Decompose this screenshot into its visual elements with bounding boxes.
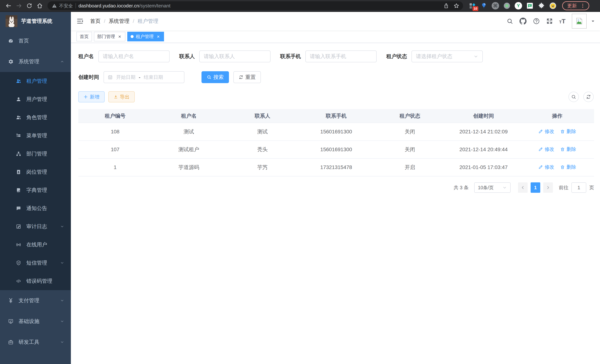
extension-chat-icon[interactable] (526, 2, 534, 10)
contact-input[interactable] (199, 50, 271, 62)
sidebar-toggle-button[interactable] (76, 18, 87, 25)
fullscreen-icon[interactable] (546, 18, 553, 25)
status-select-placeholder: 请选择租户状态 (416, 53, 452, 60)
extensions-area: 10⌘Y (468, 2, 557, 10)
sidebar-item-dev-tools[interactable]: 研发工具 (0, 332, 71, 353)
edit-button[interactable]: 修改 (538, 146, 554, 152)
sidebar-item-error-code-management[interactable]: 错误码管理 (0, 272, 71, 290)
browser-toolbar: 不安全 dashboard.yudao.iocoder.cn/system/te… (0, 0, 600, 12)
sidebar-item-role-management[interactable]: 角色管理 (0, 108, 71, 127)
sidebar-item-pay-management[interactable]: 支付管理 (0, 290, 71, 311)
bookmark-star-icon[interactable] (453, 3, 459, 9)
avatar[interactable] (572, 14, 587, 28)
extension-keytab-icon[interactable]: 10 (468, 2, 477, 10)
security-label: 不安全 (59, 3, 73, 9)
sidebar-item-notice[interactable]: 通知公告 (0, 199, 71, 217)
github-icon[interactable] (519, 18, 526, 25)
chevron-up-icon (60, 60, 64, 64)
tab-dept-management[interactable]: 部门管理× (94, 32, 125, 41)
chevron-right-icon (546, 185, 551, 190)
browser-back-button[interactable] (4, 1, 13, 10)
next-page-button[interactable] (543, 182, 553, 193)
sidebar-item-infrastructure[interactable]: 基础设施 (0, 311, 71, 332)
edit-pen-icon (538, 129, 543, 134)
delete-button[interactable]: 删除 (560, 146, 576, 152)
hide-search-button[interactable] (568, 92, 579, 102)
delete-button[interactable]: 删除 (560, 164, 576, 170)
cell-mobile: 17321315478 (299, 159, 373, 176)
help-icon[interactable] (533, 18, 540, 25)
browser-reload-button[interactable] (25, 1, 34, 10)
sidebar-item-menu-management[interactable]: 菜单管理 (0, 127, 71, 145)
breadcrumb-item[interactable]: 系统管理 (109, 18, 130, 25)
header-search-icon[interactable] (506, 18, 513, 25)
page-size-select[interactable]: 10条/页 (474, 182, 511, 193)
end-date-placeholder[interactable]: 结束日期 (144, 74, 163, 81)
sidebar-item-label: 用户管理 (26, 96, 47, 103)
sidebar-menu: 首页系统管理租户管理用户管理角色管理菜单管理部门管理岗位管理字典管理通知公告审计… (0, 30, 71, 353)
current-page-button[interactable]: 1 (531, 182, 540, 193)
cell-created: 2021-01-05 17:03:47 (447, 159, 520, 176)
refresh-icon (586, 94, 591, 99)
close-icon[interactable]: × (117, 34, 122, 39)
refresh-table-button[interactable] (583, 92, 594, 102)
font-size-icon[interactable]: TT (559, 18, 565, 24)
sidebar-item-sms-management[interactable]: 短信管理 (0, 254, 71, 272)
sidebar-item-system-management[interactable]: 系统管理 (0, 51, 71, 72)
extension-balloon-icon[interactable] (480, 2, 488, 10)
profile-emoji-icon[interactable] (549, 2, 557, 10)
users-icon (15, 115, 22, 120)
avatar-dropdown-caret[interactable] (591, 19, 595, 23)
breadcrumb-separator: / (133, 18, 134, 24)
date-range-picker[interactable]: 开始日期 - 结束日期 (103, 71, 184, 83)
extension-recorder-icon[interactable] (503, 2, 511, 10)
kebab-menu-icon[interactable] (580, 3, 585, 8)
breadcrumb-item: 租户管理 (138, 18, 159, 25)
breadcrumb-item[interactable]: 首页 (90, 18, 101, 25)
prev-page-button[interactable] (518, 182, 528, 193)
share-icon[interactable] (443, 3, 449, 9)
url-text: dashboard.yudao.iocoder.cn/system/tenant (78, 3, 170, 9)
sidebar-item-audit-log[interactable]: 审计日志 (0, 217, 71, 236)
edit-button[interactable]: 修改 (538, 164, 554, 170)
update-label: 更新 (567, 3, 577, 9)
sidebar-item-dept-management[interactable]: 部门管理 (0, 145, 71, 163)
sidebar-item-post-management[interactable]: 岗位管理 (0, 163, 71, 181)
app-logo[interactable]: 芋道管理系统 (0, 12, 71, 30)
breadcrumb-separator: / (104, 18, 105, 24)
plus-icon (84, 95, 88, 99)
hamburger-collapse-icon (76, 18, 84, 25)
chrome-update-button[interactable]: 更新 (562, 1, 589, 10)
sidebar-item-home[interactable]: 首页 (0, 30, 71, 51)
start-date-placeholder[interactable]: 开始日期 (116, 74, 135, 81)
status-select[interactable]: 请选择租户状态 (412, 50, 483, 62)
browser-forward-button[interactable] (14, 1, 24, 10)
close-icon[interactable]: × (156, 34, 161, 39)
site-security-chip[interactable]: 不安全 (52, 3, 73, 9)
sidebar-item-dict-management[interactable]: 字典管理 (0, 181, 71, 199)
browser-home-button[interactable] (35, 1, 45, 10)
goto-page-input[interactable] (572, 182, 586, 193)
sidebar-item-label: 菜单管理 (26, 132, 47, 139)
add-button[interactable]: 新增 (78, 91, 105, 103)
address-bar[interactable]: 不安全 dashboard.yudao.iocoder.cn/system/te… (47, 1, 463, 10)
sidebar-item-online-user[interactable]: 在线用户 (0, 236, 71, 254)
reset-button[interactable]: 重置 (233, 71, 261, 83)
table-row: 1芋道源码芋艿17321315478开启2021-01-05 17:03:47修… (78, 159, 594, 176)
search-button[interactable]: 搜索 (201, 71, 229, 83)
cell-status: 关闭 (373, 123, 447, 141)
active-dot (131, 35, 134, 38)
extensions-puzzle-icon[interactable] (537, 2, 545, 10)
sidebar-item-user-management[interactable]: 用户管理 (0, 90, 71, 108)
sidebar-item-tenant-management[interactable]: 租户管理 (0, 72, 71, 90)
export-button[interactable]: 导出 (108, 91, 135, 103)
extension-y-app-icon[interactable]: Y (514, 2, 523, 10)
extension-command-icon[interactable]: ⌘ (491, 2, 499, 10)
tenant-name-input[interactable] (98, 50, 169, 62)
tab-tenant-management[interactable]: 租户管理× (127, 32, 164, 41)
mobile-input[interactable] (305, 50, 377, 62)
edit-button[interactable]: 修改 (538, 128, 554, 135)
filter-tenant-name: 租户名 (78, 50, 169, 62)
tab-home[interactable]: 首页 (76, 32, 92, 41)
delete-button[interactable]: 删除 (560, 128, 576, 135)
